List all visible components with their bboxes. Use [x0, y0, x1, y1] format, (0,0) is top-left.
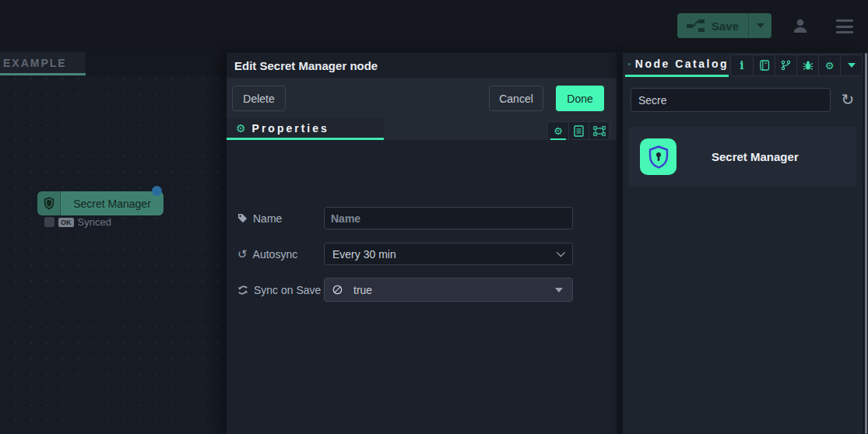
boolean-type-icon: [332, 285, 343, 295]
catalog-header: Node Catalog i: [623, 53, 863, 78]
properties-view-button[interactable]: ⚙: [548, 122, 568, 139]
cancel-button[interactable]: Cancel: [489, 86, 543, 111]
save-button[interactable]: Save: [677, 13, 748, 38]
deploy-wire-icon: [687, 19, 705, 32]
catalog-title: Node Catalog: [635, 58, 729, 70]
done-button[interactable]: Done: [556, 86, 604, 111]
context-tab-button[interactable]: [775, 55, 796, 75]
autosync-field-label-group: ↺ Autosync: [237, 248, 324, 261]
sidebar-tab-toolbar: i: [730, 54, 863, 76]
gear-icon: ⚙: [825, 61, 835, 71]
bug-icon: [803, 60, 814, 71]
status-ok-badge: OK: [58, 218, 74, 227]
autosync-selected-value: Every 30 min: [332, 248, 396, 261]
node-changed-dot: [152, 186, 162, 196]
autosync-select[interactable]: Every 30 min: [324, 243, 573, 265]
node-icon-cell: [37, 191, 61, 215]
status-text: Synced: [78, 216, 111, 228]
info-tab-button[interactable]: i: [731, 55, 753, 75]
tab-node-catalog[interactable]: Node Catalog: [625, 53, 729, 77]
name-label: Name: [253, 212, 282, 225]
save-button-label: Save: [712, 19, 739, 33]
properties-tab-label: Properties: [252, 122, 329, 135]
user-account-button[interactable]: [791, 16, 810, 35]
workspace-tab-label: EXAMPLE: [3, 57, 67, 69]
history-icon: ↺: [237, 248, 248, 260]
name-field-row: Name: [237, 207, 573, 229]
autosync-label: Autosync: [253, 248, 298, 261]
caret-down-icon: [757, 23, 764, 28]
hamburger-icon: [836, 19, 853, 22]
caret-down-icon: [848, 63, 856, 68]
secret-manager-node[interactable]: Secret Manager: [37, 191, 163, 215]
save-options-dropdown[interactable]: [748, 13, 771, 38]
dialog-button-row: Delete Cancel Done: [227, 78, 617, 118]
catalog-item-label: Secret Manager: [712, 150, 799, 163]
help-tab-button[interactable]: [753, 55, 775, 75]
save-button-group[interactable]: Save: [677, 13, 771, 38]
debug-tab-button[interactable]: [796, 55, 818, 75]
config-tab-button[interactable]: ⚙: [818, 55, 840, 75]
vertical-scrollbar[interactable]: [865, 53, 867, 434]
description-view-button[interactable]: [568, 122, 589, 139]
name-field-label-group: Name: [237, 212, 324, 225]
node-status-row: OK Synced: [44, 216, 111, 228]
shield-icon: [44, 197, 54, 210]
book-icon: [759, 60, 770, 71]
sidebar-tabs-expand-button[interactable]: [840, 55, 862, 75]
sync-on-save-label-group: Sync on Save: [237, 284, 324, 296]
workspace-tab-bar: EXAMPLE: [0, 52, 227, 75]
dialog-title: Edit Secret Manager node: [227, 53, 617, 78]
main-menu-button[interactable]: [836, 19, 855, 34]
editor-view-switcher: ⚙: [547, 121, 610, 140]
shield-keyhole-icon: [648, 145, 669, 169]
canvas-dot-grid[interactable]: [0, 75, 227, 434]
status-indicator-square: [44, 217, 54, 227]
dialog-tab-strip: ⚙ Properties ⚙: [227, 118, 617, 140]
tag-icon: [237, 213, 248, 223]
sync-on-save-typed-input[interactable]: true: [324, 278, 573, 302]
catalog-search-input[interactable]: [631, 88, 831, 112]
dropdown-triangle-icon: [555, 288, 563, 292]
list-icon: [628, 59, 631, 69]
sync-on-save-label: Sync on Save: [254, 284, 321, 296]
person-icon: [791, 16, 810, 35]
selection-frame-icon: [593, 126, 606, 136]
refresh-icon: ↻: [842, 90, 855, 109]
gear-icon: ⚙: [553, 126, 563, 136]
properties-form: Name ↺ Autosync Every 30 min: [227, 140, 617, 434]
catalog-item-secret-manager[interactable]: Secret Manager: [629, 127, 856, 187]
gear-icon: ⚙: [236, 123, 246, 134]
tab-properties[interactable]: ⚙ Properties: [227, 118, 384, 140]
sync-on-save-field-row: Sync on Save true: [237, 278, 573, 302]
flow-canvas[interactable]: EXAMPLE Secret Manager OK Synced: [0, 52, 227, 434]
workspace-tab-example[interactable]: EXAMPLE: [0, 52, 86, 75]
name-input[interactable]: [324, 207, 573, 229]
branch-icon: [781, 60, 791, 71]
edit-node-dialog: Edit Secret Manager node Delete Cancel D…: [227, 53, 617, 434]
node-catalog-panel: Node Catalog i: [623, 53, 863, 434]
sync-icon: [237, 285, 248, 296]
node-label: Secret Manager: [61, 198, 163, 210]
sync-on-save-value: true: [353, 284, 372, 296]
info-icon: i: [740, 59, 743, 72]
top-header-bar: Save: [0, 0, 868, 52]
appearance-view-button[interactable]: [589, 122, 609, 139]
document-icon: [574, 125, 584, 137]
autosync-field-row: ↺ Autosync Every 30 min: [237, 243, 573, 265]
delete-button[interactable]: Delete: [232, 86, 286, 111]
catalog-item-icon-tile: [640, 138, 676, 175]
refresh-button[interactable]: ↻: [838, 89, 858, 110]
chevron-down-icon: [557, 248, 565, 257]
